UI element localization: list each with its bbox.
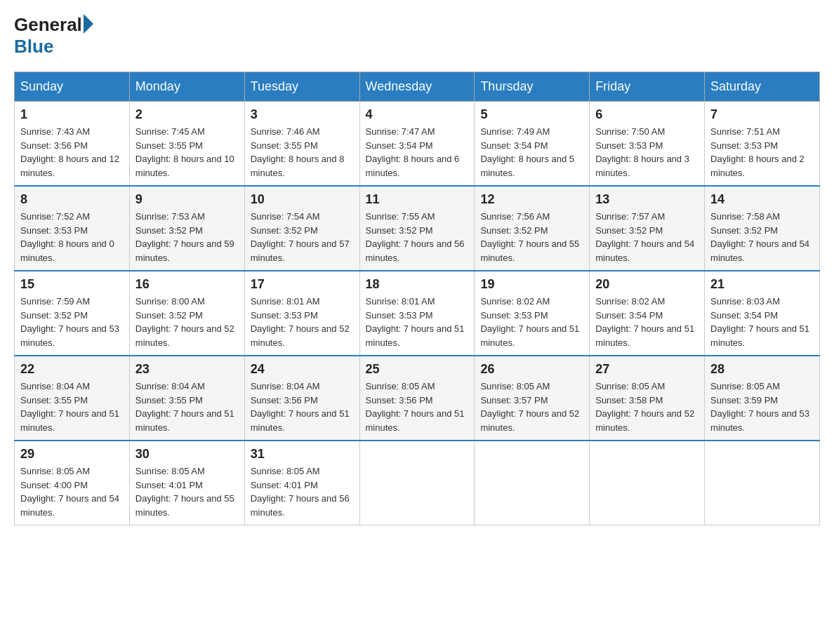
day-info: Sunrise: 7:50 AMSunset: 3:53 PMDaylight:… [595,125,699,180]
column-header-monday: Monday [129,72,244,102]
calendar-cell: 23Sunrise: 8:04 AMSunset: 3:55 PMDayligh… [129,356,244,441]
calendar-cell: 29Sunrise: 8:05 AMSunset: 4:00 PMDayligh… [15,441,130,525]
day-info: Sunrise: 8:04 AMSunset: 3:55 PMDaylight:… [135,380,239,434]
calendar-cell: 19Sunrise: 8:02 AMSunset: 3:53 PMDayligh… [475,271,590,356]
day-number: 7 [710,107,814,122]
column-header-friday: Friday [590,72,705,102]
day-info: Sunrise: 7:59 AMSunset: 3:52 PMDaylight:… [20,295,124,349]
calendar-cell: 30Sunrise: 8:05 AMSunset: 4:01 PMDayligh… [129,441,244,525]
calendar-cell: 14Sunrise: 7:58 AMSunset: 3:52 PMDayligh… [705,186,820,271]
day-number: 27 [595,362,699,377]
logo-blue-text: Blue [14,36,53,58]
day-info: Sunrise: 8:05 AMSunset: 3:59 PMDaylight:… [710,380,814,434]
day-number: 1 [20,107,124,122]
day-number: 25 [366,362,469,377]
calendar-week-row: 1Sunrise: 7:43 AMSunset: 3:56 PMDaylight… [15,102,820,187]
day-number: 16 [135,277,239,292]
day-number: 26 [480,362,583,377]
calendar-cell: 3Sunrise: 7:46 AMSunset: 3:55 PMDaylight… [244,102,359,187]
day-info: Sunrise: 7:55 AMSunset: 3:52 PMDaylight:… [366,210,469,264]
day-info: Sunrise: 7:43 AMSunset: 3:56 PMDaylight:… [20,125,124,180]
day-info: Sunrise: 8:05 AMSunset: 4:00 PMDaylight:… [20,464,124,519]
day-number: 28 [710,362,814,377]
day-number: 9 [135,192,239,207]
day-info: Sunrise: 7:58 AMSunset: 3:52 PMDaylight:… [710,210,814,264]
day-number: 6 [595,107,699,122]
calendar-cell: 24Sunrise: 8:04 AMSunset: 3:56 PMDayligh… [244,356,359,441]
calendar-cell: 25Sunrise: 8:05 AMSunset: 3:56 PMDayligh… [359,356,475,441]
day-info: Sunrise: 8:05 AMSunset: 4:01 PMDaylight:… [251,464,354,519]
day-number: 21 [710,277,814,292]
calendar-cell: 18Sunrise: 8:01 AMSunset: 3:53 PMDayligh… [359,271,475,356]
day-info: Sunrise: 7:54 AMSunset: 3:52 PMDaylight:… [251,210,354,264]
calendar-cell [705,441,820,525]
calendar-week-row: 22Sunrise: 8:04 AMSunset: 3:55 PMDayligh… [15,356,820,441]
calendar-cell [590,441,705,525]
day-number: 5 [480,107,583,122]
page-header: General Blue [14,14,820,58]
day-number: 31 [251,447,354,462]
day-info: Sunrise: 8:01 AMSunset: 3:53 PMDaylight:… [366,295,469,349]
calendar-cell: 4Sunrise: 7:47 AMSunset: 3:54 PMDaylight… [359,102,475,187]
calendar-cell: 13Sunrise: 7:57 AMSunset: 3:52 PMDayligh… [590,186,705,271]
day-info: Sunrise: 8:02 AMSunset: 3:53 PMDaylight:… [480,295,583,349]
logo: General Blue [14,14,93,58]
day-number: 23 [135,362,239,377]
day-number: 24 [251,362,354,377]
calendar-cell: 7Sunrise: 7:51 AMSunset: 3:53 PMDaylight… [705,102,820,187]
day-number: 2 [135,107,239,122]
calendar-cell: 12Sunrise: 7:56 AMSunset: 3:52 PMDayligh… [475,186,590,271]
calendar-cell: 15Sunrise: 7:59 AMSunset: 3:52 PMDayligh… [15,271,130,356]
calendar-cell: 26Sunrise: 8:05 AMSunset: 3:57 PMDayligh… [475,356,590,441]
calendar-cell: 16Sunrise: 8:00 AMSunset: 3:52 PMDayligh… [129,271,244,356]
day-info: Sunrise: 7:49 AMSunset: 3:54 PMDaylight:… [480,125,583,180]
day-info: Sunrise: 8:03 AMSunset: 3:54 PMDaylight:… [710,295,814,349]
day-number: 15 [20,277,124,292]
calendar-cell: 6Sunrise: 7:50 AMSunset: 3:53 PMDaylight… [590,102,705,187]
calendar-week-row: 29Sunrise: 8:05 AMSunset: 4:00 PMDayligh… [15,441,820,525]
day-number: 14 [710,192,814,207]
day-number: 12 [480,192,583,207]
day-number: 17 [251,277,354,292]
calendar-header-row: SundayMondayTuesdayWednesdayThursdayFrid… [15,72,820,102]
calendar-cell: 11Sunrise: 7:55 AMSunset: 3:52 PMDayligh… [359,186,475,271]
day-number: 13 [595,192,699,207]
day-info: Sunrise: 8:02 AMSunset: 3:54 PMDaylight:… [595,295,699,349]
column-header-wednesday: Wednesday [359,72,475,102]
day-info: Sunrise: 8:04 AMSunset: 3:55 PMDaylight:… [20,380,124,434]
calendar-cell: 31Sunrise: 8:05 AMSunset: 4:01 PMDayligh… [244,441,359,525]
day-number: 18 [366,277,469,292]
day-number: 10 [251,192,354,207]
calendar-week-row: 8Sunrise: 7:52 AMSunset: 3:53 PMDaylight… [15,186,820,271]
calendar-cell: 17Sunrise: 8:01 AMSunset: 3:53 PMDayligh… [244,271,359,356]
calendar-cell: 28Sunrise: 8:05 AMSunset: 3:59 PMDayligh… [705,356,820,441]
calendar-cell [475,441,590,525]
day-number: 20 [595,277,699,292]
day-info: Sunrise: 7:51 AMSunset: 3:53 PMDaylight:… [710,125,814,180]
day-info: Sunrise: 8:01 AMSunset: 3:53 PMDaylight:… [251,295,354,349]
day-info: Sunrise: 7:57 AMSunset: 3:52 PMDaylight:… [595,210,699,264]
calendar-cell: 20Sunrise: 8:02 AMSunset: 3:54 PMDayligh… [590,271,705,356]
day-number: 8 [20,192,124,207]
day-number: 4 [366,107,469,122]
day-info: Sunrise: 7:46 AMSunset: 3:55 PMDaylight:… [251,125,354,180]
calendar-cell: 9Sunrise: 7:53 AMSunset: 3:52 PMDaylight… [129,186,244,271]
calendar-table: SundayMondayTuesdayWednesdayThursdayFrid… [14,72,820,525]
day-info: Sunrise: 8:05 AMSunset: 4:01 PMDaylight:… [135,464,239,519]
day-info: Sunrise: 8:05 AMSunset: 3:57 PMDaylight:… [480,380,583,434]
calendar-cell: 27Sunrise: 8:05 AMSunset: 3:58 PMDayligh… [590,356,705,441]
logo-arrow-icon [84,14,93,34]
day-number: 3 [251,107,354,122]
day-info: Sunrise: 8:05 AMSunset: 3:58 PMDaylight:… [595,380,699,434]
day-info: Sunrise: 8:00 AMSunset: 3:52 PMDaylight:… [135,295,239,349]
day-number: 22 [20,362,124,377]
calendar-cell [359,441,475,525]
calendar-cell: 10Sunrise: 7:54 AMSunset: 3:52 PMDayligh… [244,186,359,271]
calendar-cell: 5Sunrise: 7:49 AMSunset: 3:54 PMDaylight… [475,102,590,187]
logo-general-text: General [14,14,82,36]
day-number: 11 [366,192,469,207]
day-info: Sunrise: 8:05 AMSunset: 3:56 PMDaylight:… [366,380,469,434]
day-info: Sunrise: 7:56 AMSunset: 3:52 PMDaylight:… [480,210,583,264]
day-info: Sunrise: 7:53 AMSunset: 3:52 PMDaylight:… [135,210,239,264]
day-info: Sunrise: 7:47 AMSunset: 3:54 PMDaylight:… [366,125,469,180]
